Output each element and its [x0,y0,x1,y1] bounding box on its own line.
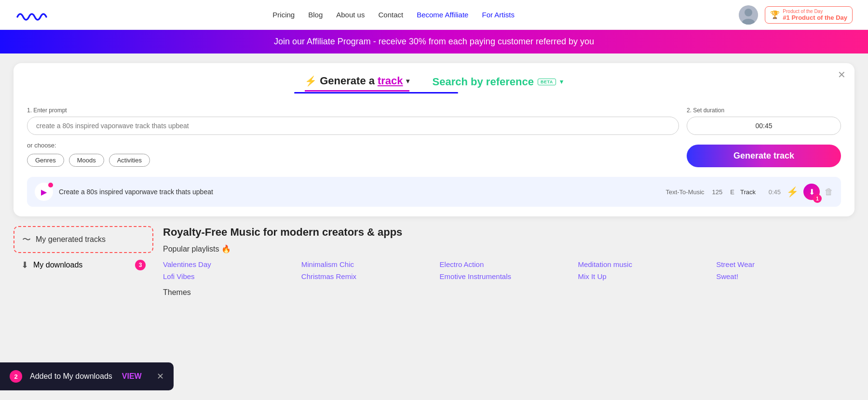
nav-right: 🏆 Product of the Day #1 Product of the D… [739,5,853,25]
playlist-meditation[interactable]: Meditation music [578,260,706,268]
regenerate-icon[interactable]: ⚡ [787,186,799,198]
playlist-emotive[interactable]: Emotive Instrumentals [440,272,569,280]
duration-input[interactable] [687,117,841,135]
toast-text: Added to My downloads [30,372,112,381]
playlist-minimalism[interactable]: Minimalism Chic [301,260,430,268]
track-tag: Text-To-Music [665,188,704,196]
popular-label: Popular playlists 🔥 [163,244,845,253]
playlist-mixitup[interactable]: Mix It Up [578,272,706,280]
nav-contact[interactable]: Contact [378,11,403,19]
download-icon: ⬇ [809,187,815,197]
prompt-col: 1. Enter prompt or choose: Genres Moods … [27,107,679,167]
avatar[interactable] [739,5,758,25]
toast: 2 Added to My downloads VIEW ✕ [0,362,174,390]
toast-view-link[interactable]: VIEW [122,372,142,381]
nav-artists[interactable]: For Artists [482,11,515,19]
prompt-input[interactable] [27,117,679,135]
form-row: 1. Enter prompt or choose: Genres Moods … [27,107,841,167]
themes-label: Themes [163,288,191,296]
banner-text: Join our Affiliate Program - receive 30%… [274,37,594,46]
sidebar-item-generated-tracks[interactable]: 〜 My generated tracks [14,226,153,253]
main-card: ✕ ⚡ Generate a track ▾ Search by referen… [14,63,854,216]
sidebar-downloads-label: My downloads [33,261,82,269]
track-play-button[interactable]: ▶ [35,183,53,201]
generate-button[interactable]: Generate track [687,145,841,167]
dropdown-arrow-ref-icon: ▾ [560,78,563,85]
dropdown-arrow-icon: ▾ [406,77,409,85]
playlist-christmas[interactable]: Christmas Remix [301,272,430,280]
tab-generate[interactable]: ⚡ Generate a track ▾ [305,75,409,92]
downloads-badge: 3 [135,260,146,270]
tab-reference-label: Search by reference [433,76,534,88]
content-title: Royalty-Free Music for modern creators &… [163,226,845,239]
toast-close-button[interactable]: ✕ [157,371,164,382]
track-actions: ⚡ ⬇ 1 🗑 [787,184,833,200]
trophy-icon: 🏆 [770,10,780,19]
track-meta: Text-To-Music 125 E [665,188,734,196]
playlist-sweat[interactable]: Sweat! [716,272,845,280]
track-download-button[interactable]: ⬇ 1 [803,184,820,200]
svg-point-1 [745,9,752,16]
playlist-streetwear[interactable]: Street Wear [716,260,845,268]
nav-about[interactable]: About us [336,11,365,19]
duration-label: 2. Set duration [687,107,841,114]
product-hunt-sub: Product of the Day [783,9,847,14]
playlist-valentines[interactable]: Valentines Day [163,260,292,268]
playlist-grid: Valentines Day Minimalism Chic Electro A… [163,260,845,280]
nav-pricing[interactable]: Pricing [272,11,295,19]
tab-reference[interactable]: Search by reference BETA ▾ [433,76,563,91]
nav-blog[interactable]: Blog [308,11,323,19]
nav-links: Pricing Blog About us Contact Become Aff… [272,11,515,19]
track-title: Create a 80s inspired vaporwave track th… [59,188,660,196]
toast-badge: 2 [10,370,22,383]
tab-generate-label: Generate a [320,75,375,87]
tab-track-word: track [378,75,403,87]
track-bpm: 125 [712,188,723,196]
themes-section: Themes [163,288,845,297]
navbar: Pricing Blog About us Contact Become Aff… [0,0,868,30]
track-type: Track [740,188,756,196]
moods-chip[interactable]: Moods [69,154,104,167]
content-area: Royalty-Free Music for modern creators &… [153,226,854,297]
play-icon: ▶ [41,187,47,197]
affiliate-banner[interactable]: Join our Affiliate Program - receive 30%… [0,30,868,53]
sidebar: 〜 My generated tracks ⬇ My downloads 3 [14,226,153,297]
chip-row: Genres Moods Activities [27,154,679,167]
bottom-section: 〜 My generated tracks ⬇ My downloads 3 R… [14,226,854,297]
prompt-label: 1. Enter prompt [27,107,679,114]
sidebar-item-downloads[interactable]: ⬇ My downloads 3 [14,253,153,277]
track-key: E [730,188,734,196]
wave-icon: 〜 [22,234,31,245]
download-badge: 1 [813,194,822,203]
product-hunt-badge[interactable]: 🏆 Product of the Day #1 Product of the D… [765,6,853,24]
playlist-lofi[interactable]: Lofi Vibes [163,272,292,280]
nav-affiliate[interactable]: Become Affiliate [417,11,468,19]
playlist-electro[interactable]: Electro Action [440,260,569,268]
or-choose-label: or choose: [27,142,679,149]
track-duration: 0:45 [761,188,781,196]
sidebar-generated-label: My generated tracks [36,235,106,244]
bolt-icon: ⚡ [305,75,317,87]
logo[interactable] [15,7,48,23]
track-delete-icon[interactable]: 🗑 [825,187,833,197]
download-sidebar-icon: ⬇ [21,260,28,270]
live-dot [48,183,53,187]
product-hunt-rank: #1 Product of the Day [783,14,847,21]
activities-chip[interactable]: Activities [109,154,150,167]
beta-badge: BETA [538,79,556,85]
track-row: ▶ Create a 80s inspired vaporwave track … [27,177,841,207]
duration-col: 2. Set duration Generate track [687,107,841,167]
genres-chip[interactable]: Genres [27,154,64,167]
